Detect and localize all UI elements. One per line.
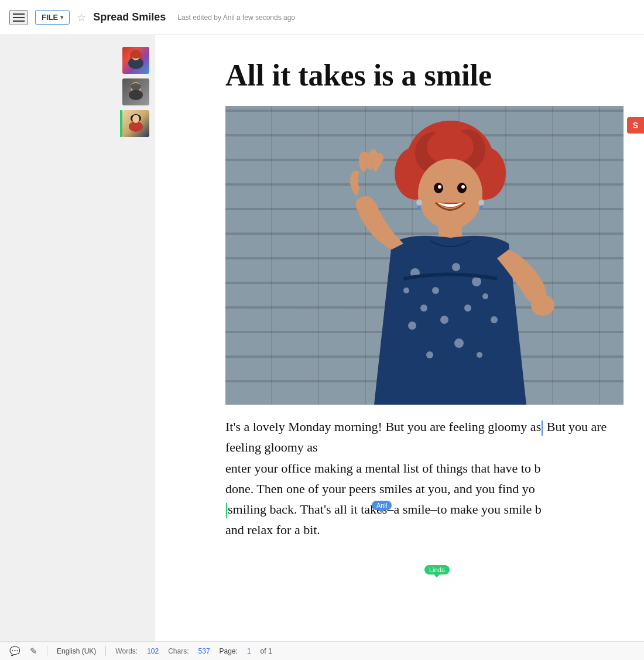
svg-point-26 — [472, 277, 481, 286]
page-of: of 1 — [261, 647, 272, 655]
hamburger-button[interactable] — [9, 10, 28, 25]
language-label[interactable]: English (UK) — [57, 647, 96, 655]
chars-label: Chars: — [168, 647, 189, 655]
svg-point-39 — [417, 206, 421, 209]
svg-point-24 — [432, 287, 439, 294]
favorite-icon[interactable]: ☆ — [77, 11, 86, 24]
document-heading: All it takes is a smile — [225, 59, 621, 92]
words-count: 102 — [147, 647, 159, 655]
main-layout: S All it takes is a smile — [0, 35, 644, 641]
avatar-user2[interactable] — [122, 78, 149, 105]
svg-point-37 — [531, 295, 554, 316]
chevron-down-icon: ▾ — [60, 14, 63, 20]
document-image — [225, 106, 624, 405]
anil-cursor-line — [542, 420, 543, 436]
document-body[interactable]: It's a lovely Monday morning! But you ar… — [225, 416, 621, 540]
svg-point-21 — [461, 185, 465, 189]
brick-wall-background — [225, 106, 624, 405]
body-text-line3a: done. T — [225, 481, 265, 496]
last-edited-text: Last edited by Anil a few seconds ago — [177, 13, 295, 22]
svg-point-35 — [477, 352, 482, 358]
avatar-user3[interactable] — [122, 110, 149, 137]
svg-point-20 — [438, 185, 441, 189]
svg-point-33 — [408, 322, 416, 330]
svg-point-32 — [491, 316, 498, 323]
svg-point-36 — [426, 351, 433, 358]
file-label: FILE — [42, 13, 58, 22]
svg-point-28 — [440, 316, 448, 324]
body-text-line2: enter your office making a mental list o… — [225, 461, 540, 476]
chars-count: 537 — [198, 647, 210, 655]
body-text-smiling: smiling — [228, 502, 266, 517]
svg-point-6 — [129, 90, 143, 100]
body-text-line4: one of your peers smiles at you, and you… — [283, 481, 535, 496]
header: FILE ▾ ☆ Spread Smiles Last edited by An… — [0, 0, 644, 35]
status-bar: 💬 ✎ English (UK) Words: 102 Chars: 537 P… — [0, 641, 644, 660]
file-menu-button[interactable]: FILE ▾ — [35, 10, 70, 25]
body-text-line1: It's a lovely Monday morning! But you ar… — [225, 419, 541, 434]
page-label: Page: — [220, 647, 238, 655]
document-content: All it takes is a smile — [155, 35, 644, 563]
svg-point-17 — [418, 159, 482, 229]
body-text-line7: and relax for a bit. — [225, 522, 320, 537]
status-divider-2 — [105, 646, 106, 656]
status-divider-1 — [47, 646, 47, 656]
avatar-user1[interactable] — [122, 47, 149, 74]
svg-point-3 — [131, 50, 141, 59]
cursor-anil: Anil — [372, 501, 392, 510]
svg-point-31 — [403, 288, 409, 293]
woman-illustration — [321, 109, 579, 405]
svg-point-27 — [420, 305, 427, 312]
page-current: 1 — [247, 647, 251, 655]
avatar-user3-wrapper — [120, 110, 149, 137]
edit-history-icon[interactable]: ✎ — [30, 646, 37, 656]
cursor-linda: Linda — [424, 565, 450, 574]
svg-point-40 — [478, 200, 484, 206]
document-area[interactable]: S All it takes is a smile — [155, 35, 644, 641]
svg-point-29 — [464, 305, 471, 312]
words-label: Words: — [115, 647, 138, 655]
linda-cursor-line — [226, 503, 227, 518]
svg-point-30 — [482, 293, 488, 299]
sidebar — [0, 35, 155, 641]
s-badge: S — [627, 117, 644, 134]
document-title: Spread Smiles — [93, 11, 166, 23]
svg-point-41 — [479, 206, 483, 209]
chat-icon[interactable]: 💬 — [9, 646, 20, 656]
body-text-line3b: hen — [265, 481, 283, 496]
svg-point-34 — [454, 338, 464, 348]
body-text-line6: back. That's all it takes–a smile–to mak… — [266, 502, 542, 517]
svg-point-5 — [131, 83, 141, 90]
svg-point-38 — [416, 200, 422, 206]
svg-point-10 — [132, 115, 139, 123]
svg-point-25 — [452, 263, 460, 271]
